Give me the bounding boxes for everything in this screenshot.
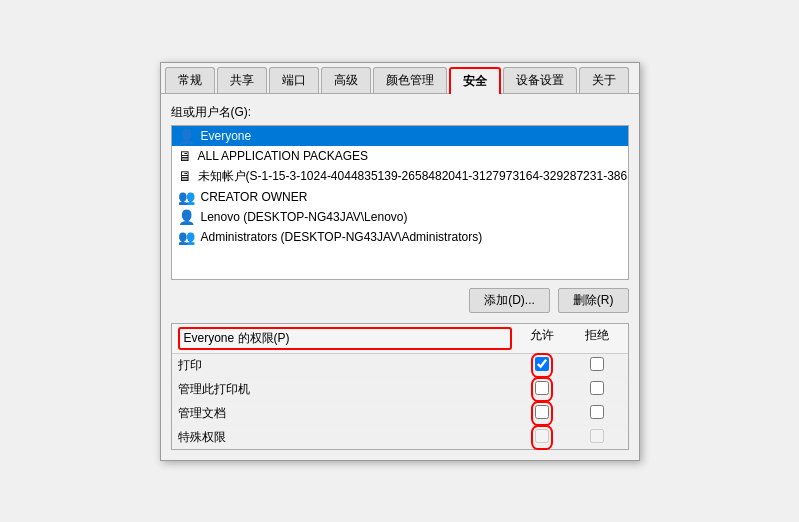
printer-properties-dialog: 常规 共享 端口 高级 颜色管理 安全 设备设置 关于 组或用户名(G): 👤 … <box>160 62 640 461</box>
user-name-everyone: Everyone <box>201 129 252 143</box>
perm-allow-manage-printer-checkbox[interactable] <box>535 381 549 395</box>
tab-bar: 常规 共享 端口 高级 颜色管理 安全 设备设置 关于 <box>161 63 639 94</box>
perm-allow-manage-printer-wrap <box>535 381 549 398</box>
perm-allow-print-checkbox[interactable] <box>535 357 549 371</box>
tab-color[interactable]: 颜色管理 <box>373 67 447 93</box>
app-icon-all-app: 🖥 <box>178 148 192 164</box>
perm-deny-special-cell <box>572 429 622 446</box>
perm-row-special: 特殊权限 <box>172 426 628 449</box>
tab-port[interactable]: 端口 <box>269 67 319 93</box>
group-icon-administrators: 👥 <box>178 229 195 245</box>
user-item-unknown-account[interactable]: 🖥 未知帐户(S-1-15-3-1024-4044835139-26584820… <box>172 166 628 187</box>
tab-about[interactable]: 关于 <box>579 67 629 93</box>
perm-name-special: 特殊权限 <box>178 429 512 446</box>
user-icon-everyone: 👤 <box>178 128 195 144</box>
security-tab-content: 组或用户名(G): 👤 Everyone 🖥 ALL APPLICATION P… <box>161 94 639 460</box>
perm-deny-manage-printer-wrap <box>590 381 604 398</box>
user-action-buttons: 添加(D)... 删除(R) <box>171 288 629 313</box>
user-name-creator-owner: CREATOR OWNER <box>201 190 308 204</box>
groups-label: 组或用户名(G): <box>171 104 629 121</box>
perm-deny-print-checkbox[interactable] <box>590 357 604 371</box>
tab-device[interactable]: 设备设置 <box>503 67 577 93</box>
user-item-administrators[interactable]: 👥 Administrators (DESKTOP-NG43JAV\Admini… <box>172 227 628 247</box>
perm-deny-manage-doc-checkbox[interactable] <box>590 405 604 419</box>
add-button[interactable]: 添加(D)... <box>469 288 550 313</box>
perm-deny-print-wrap <box>590 357 604 374</box>
user-name-administrators: Administrators (DESKTOP-NG43JAV\Administ… <box>201 230 483 244</box>
perm-name-manage-printer: 管理此打印机 <box>178 381 512 398</box>
perm-row-manage-doc: 管理文档 <box>172 402 628 426</box>
perm-deny-special-wrap <box>590 429 604 446</box>
user-item-everyone[interactable]: 👤 Everyone <box>172 126 628 146</box>
perm-name-print: 打印 <box>178 357 512 374</box>
user-item-creator-owner[interactable]: 👥 CREATOR OWNER <box>172 187 628 207</box>
perm-name-manage-doc: 管理文档 <box>178 405 512 422</box>
user-name-unknown-account: 未知帐户(S-1-15-3-1024-4044835139-2658482041… <box>198 168 628 185</box>
tab-advanced[interactable]: 高级 <box>321 67 371 93</box>
perm-deny-print-cell <box>572 357 622 374</box>
permissions-header: Everyone 的权限(P) 允许 拒绝 <box>172 324 628 354</box>
permissions-section-label: Everyone 的权限(P) <box>178 327 512 350</box>
perm-deny-manage-printer-cell <box>572 381 622 398</box>
perm-allow-manage-doc-wrap <box>535 405 549 422</box>
perm-row-manage-printer: 管理此打印机 <box>172 378 628 402</box>
perm-allow-manage-doc-checkbox[interactable] <box>535 405 549 419</box>
perm-allow-manage-doc-cell <box>512 405 572 422</box>
tab-share[interactable]: 共享 <box>217 67 267 93</box>
user-item-all-app-packages[interactable]: 🖥 ALL APPLICATION PACKAGES <box>172 146 628 166</box>
perm-allow-special-checkbox[interactable] <box>535 429 549 443</box>
perm-allow-special-wrap <box>535 429 549 446</box>
user-name-all-app-packages: ALL APPLICATION PACKAGES <box>198 149 369 163</box>
col-allow-header: 允许 <box>512 327 572 350</box>
perm-deny-manage-doc-wrap <box>590 405 604 422</box>
user-icon-lenovo: 👤 <box>178 209 195 225</box>
perm-deny-manage-doc-cell <box>572 405 622 422</box>
perm-allow-manage-printer-cell <box>512 381 572 398</box>
users-listbox[interactable]: 👤 Everyone 🖥 ALL APPLICATION PACKAGES 🖥 … <box>171 125 629 280</box>
perm-allow-print-wrap <box>535 357 549 374</box>
user-item-lenovo[interactable]: 👤 Lenovo (DESKTOP-NG43JAV\Lenovo) <box>172 207 628 227</box>
remove-button[interactable]: 删除(R) <box>558 288 629 313</box>
app-icon-unknown: 🖥 <box>178 168 192 184</box>
perm-deny-manage-printer-checkbox[interactable] <box>590 381 604 395</box>
perm-allow-special-cell <box>512 429 572 446</box>
perm-allow-print-cell <box>512 357 572 374</box>
group-icon-creator-owner: 👥 <box>178 189 195 205</box>
user-name-lenovo: Lenovo (DESKTOP-NG43JAV\Lenovo) <box>201 210 408 224</box>
tab-general[interactable]: 常规 <box>165 67 215 93</box>
col-deny-header: 拒绝 <box>572 327 622 350</box>
permissions-section: Everyone 的权限(P) 允许 拒绝 打印 <box>171 323 629 450</box>
tab-security[interactable]: 安全 <box>449 67 501 94</box>
perm-row-print: 打印 <box>172 354 628 378</box>
perm-deny-special-checkbox[interactable] <box>590 429 604 443</box>
